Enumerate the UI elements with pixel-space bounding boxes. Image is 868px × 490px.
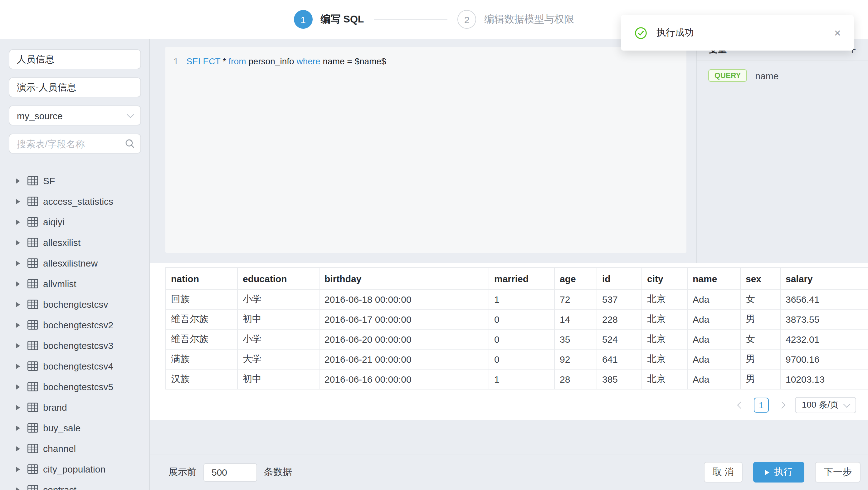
table-cell: 1 xyxy=(489,289,554,309)
caret-right-icon[interactable] xyxy=(16,323,20,327)
table-cell: 385 xyxy=(597,369,642,389)
column-header: name xyxy=(687,268,740,289)
page-size-value: 100 条/页 xyxy=(802,399,839,411)
table-cell: 28 xyxy=(554,369,597,389)
table-cell: 男 xyxy=(740,349,780,369)
next-page-button[interactable] xyxy=(776,399,788,411)
variables-list: QUERYname xyxy=(697,61,868,91)
tree-item-table[interactable]: allesxilist xyxy=(0,232,149,253)
table-cell: 3656.41 xyxy=(780,289,868,309)
caret-right-icon[interactable] xyxy=(16,261,20,266)
run-button[interactable]: 执行 xyxy=(753,462,804,483)
tree-item-label: bochengtestcsv xyxy=(43,299,108,310)
sql-keyword: where xyxy=(297,56,322,66)
pagination: 1 100 条/页 xyxy=(735,397,856,413)
table-cell: 9700.16 xyxy=(780,349,868,369)
caret-right-icon[interactable] xyxy=(16,405,20,410)
line-number: 1 xyxy=(174,56,179,66)
prev-page-button[interactable] xyxy=(735,399,747,411)
footer-bar: 展示前 条数据 取 消 执行 下一步 xyxy=(150,454,868,490)
caret-right-icon[interactable] xyxy=(16,343,20,348)
tree-item-table[interactable]: aiqiyi xyxy=(0,212,149,232)
caret-right-icon[interactable] xyxy=(16,467,20,471)
limit-input[interactable] xyxy=(204,463,257,482)
next-step-button[interactable]: 下一步 xyxy=(815,462,861,483)
table-icon xyxy=(27,258,38,268)
column-header: education xyxy=(238,268,319,289)
tree-item-label: allesxilist xyxy=(43,237,81,248)
caret-right-icon[interactable] xyxy=(16,364,20,369)
caret-right-icon[interactable] xyxy=(16,240,20,245)
sql-keyword: from xyxy=(229,56,249,66)
caret-right-icon[interactable] xyxy=(16,178,20,183)
tree-item-label: contract xyxy=(43,484,76,490)
table-cell: 10203.13 xyxy=(780,369,868,389)
step-1-label: 编写 SQL xyxy=(321,13,364,26)
results-section: nationeducationbirthdaymarriedageidcityn… xyxy=(150,263,868,420)
step-2-number: 2 xyxy=(457,10,476,29)
caret-right-icon[interactable] xyxy=(16,446,20,451)
sql-editor[interactable]: 1 SELECT * from person_info where name =… xyxy=(165,47,686,253)
variable-item[interactable]: QUERYname xyxy=(697,61,868,91)
table-icon xyxy=(27,341,38,350)
caret-right-icon[interactable] xyxy=(16,199,20,204)
stepper-step-write-sql[interactable]: 1 编写 SQL xyxy=(294,10,364,29)
table-cell: 228 xyxy=(597,309,642,329)
caret-right-icon[interactable] xyxy=(16,384,20,389)
tree-item-table[interactable]: bochengtestcsv4 xyxy=(0,356,149,376)
table-icon xyxy=(27,444,38,453)
current-page-button[interactable]: 1 xyxy=(754,398,769,412)
source-select-value: my_source xyxy=(17,110,63,121)
tree-item-table[interactable]: buy_sale xyxy=(0,418,149,438)
tree-item-table[interactable]: channel xyxy=(0,438,149,459)
caret-right-icon[interactable] xyxy=(16,487,20,490)
app-window: 1 编写 SQL 2 编辑数据模型与权限 my_source SFaccess_… xyxy=(0,0,868,490)
table-cell: 4232.01 xyxy=(780,329,868,349)
table-cell: 641 xyxy=(597,349,642,369)
tree-item-table[interactable]: SF xyxy=(0,171,149,191)
table-icon xyxy=(27,485,38,490)
tree-item-table[interactable]: contract xyxy=(0,480,149,490)
tree-item-label: bochengtestcsv5 xyxy=(43,381,113,392)
tree-item-label: aiqiyi xyxy=(43,217,64,227)
caret-right-icon[interactable] xyxy=(16,302,20,307)
table-cell: 0 xyxy=(489,309,554,329)
table-cell: 537 xyxy=(597,289,642,309)
tree-item-table[interactable]: city_population xyxy=(0,459,149,480)
table-cell: Ada xyxy=(687,289,740,309)
tree-item-table[interactable]: access_statistics xyxy=(0,191,149,212)
tree-item-table[interactable]: bochengtestcsv xyxy=(0,294,149,315)
sql-text: person_info xyxy=(248,56,297,66)
table-cell: 北京 xyxy=(642,349,687,369)
source-select[interactable]: my_source xyxy=(9,105,141,125)
success-check-icon xyxy=(634,27,647,39)
tree-item-table[interactable]: brand xyxy=(0,397,149,418)
stepper-step-edit-model[interactable]: 2 编辑数据模型与权限 xyxy=(457,10,574,29)
table-icon xyxy=(27,464,38,474)
toast-close-icon[interactable]: ✕ xyxy=(832,25,844,40)
page-size-select[interactable]: 100 条/页 xyxy=(795,397,856,413)
column-header: sex xyxy=(740,268,780,289)
tree-item-table[interactable]: allesxilistnew xyxy=(0,253,149,273)
caret-right-icon[interactable] xyxy=(16,425,20,430)
caret-right-icon[interactable] xyxy=(16,219,20,224)
table-cell: 小学 xyxy=(238,329,319,349)
table-icon xyxy=(27,403,38,412)
stepper-connector xyxy=(374,19,447,20)
table-icon xyxy=(27,361,38,371)
column-header: birthday xyxy=(319,268,489,289)
dataset-name-input[interactable] xyxy=(9,49,141,69)
tree-item-table[interactable]: bochengtestcsv2 xyxy=(0,315,149,335)
tree-item-label: allvmlist xyxy=(43,278,76,289)
table-cell: 女 xyxy=(740,329,780,349)
caret-right-icon[interactable] xyxy=(16,281,20,286)
search-input[interactable] xyxy=(9,133,141,154)
cancel-button[interactable]: 取 消 xyxy=(704,462,743,483)
table-cell: 汉族 xyxy=(166,369,238,389)
tree-item-table[interactable]: allvmlist xyxy=(0,273,149,294)
table-row: 回族小学2016-06-18 00:00:00172537北京Ada女3656.… xyxy=(166,289,868,309)
tree-item-table[interactable]: bochengtestcsv3 xyxy=(0,335,149,356)
display-name-input[interactable] xyxy=(9,78,141,97)
table-cell: 92 xyxy=(554,349,597,369)
tree-item-table[interactable]: bochengtestcsv5 xyxy=(0,376,149,397)
